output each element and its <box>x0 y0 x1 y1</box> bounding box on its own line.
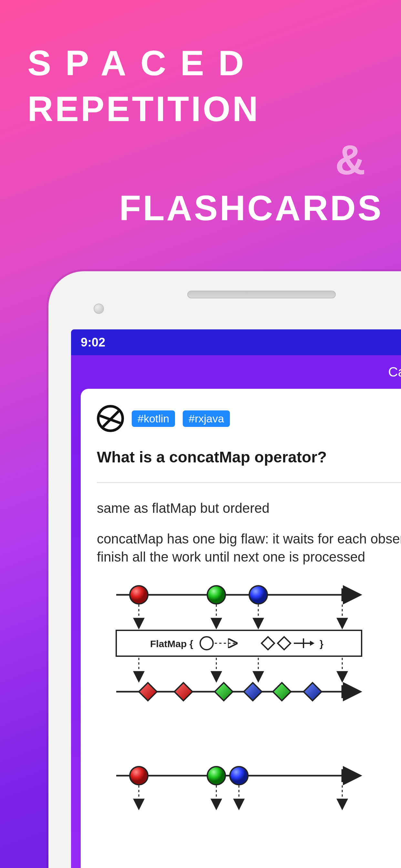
svg-text:}: } <box>320 639 323 649</box>
hero-word-repetition: REPETITION <box>27 91 382 127</box>
phone-camera <box>94 304 104 314</box>
svg-point-4 <box>249 586 267 604</box>
author-avatar[interactable] <box>97 405 124 432</box>
phone-frame: 9:02 Card 31/81 #kotlin #rxjava What is … <box>49 271 401 868</box>
card-question: What is a concatMap operator? <box>97 448 401 466</box>
marble-diagram: FlatMap { } <box>97 579 401 811</box>
hero-title: SPACED REPETITION <box>27 45 382 127</box>
svg-point-24 <box>207 767 225 785</box>
svg-point-10 <box>200 637 213 650</box>
flashcard[interactable]: #kotlin #rxjava What is a concatMap oper… <box>81 389 401 868</box>
tag-kotlin[interactable]: #kotlin <box>132 410 175 427</box>
phone-speaker <box>187 290 336 299</box>
card-counter: Card 31/81 <box>71 355 401 389</box>
svg-point-23 <box>130 767 148 785</box>
status-bar: 9:02 <box>71 330 401 355</box>
phone-screen: 9:02 Card 31/81 #kotlin #rxjava What is … <box>71 330 401 868</box>
svg-point-2 <box>130 586 148 604</box>
svg-point-25 <box>230 767 248 785</box>
card-answer: same as flatMap but ordered concatMap ha… <box>97 499 401 566</box>
hero-word-spaced: SPACED <box>27 45 382 81</box>
operator-label: FlatMap { <box>150 639 193 649</box>
hero-ampersand: & <box>335 135 366 184</box>
status-time: 9:02 <box>81 336 105 349</box>
hero-word-flashcards: FLASHCARDS <box>119 187 383 228</box>
card-header: #kotlin #rxjava <box>97 405 401 432</box>
answer-line-2: concatMap has one big flaw: it waits for… <box>97 530 401 566</box>
tag-rxjava[interactable]: #rxjava <box>183 410 230 427</box>
answer-line-1: same as flatMap but ordered <box>97 499 401 518</box>
divider <box>97 482 401 483</box>
svg-point-3 <box>207 586 225 604</box>
promo-background: SPACED REPETITION & FLASHCARDS 9:02 Card… <box>0 0 401 868</box>
